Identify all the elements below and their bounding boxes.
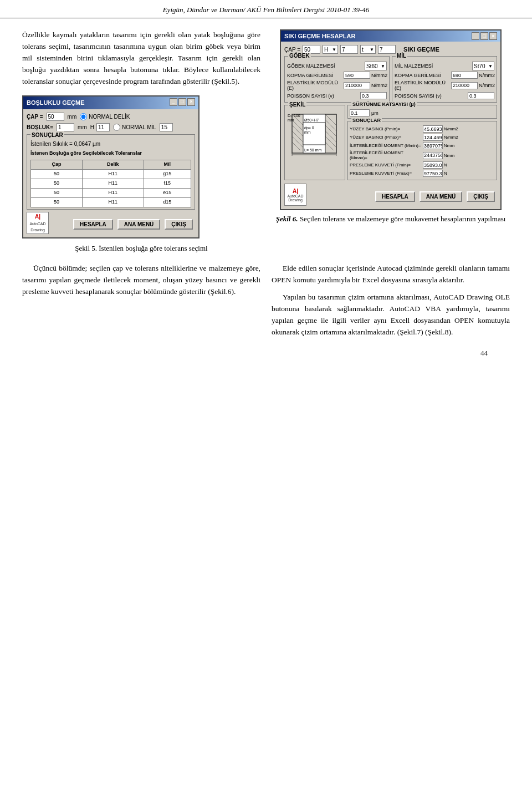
- ski-cikis-btn[interactable]: ÇIKIŞ: [467, 191, 495, 202]
- radio-group: NORMAL DELİK: [80, 113, 130, 121]
- pmax-input[interactable]: [423, 134, 443, 141]
- ski-h-val[interactable]: [340, 45, 358, 54]
- bos-ana-menu-btn[interactable]: ANA MENÜ: [117, 219, 161, 230]
- page-number: 44: [22, 349, 510, 358]
- fmax-input[interactable]: [423, 170, 443, 177]
- cap-unit: mm: [68, 113, 77, 121]
- presleme-fmax-row: PRESLEME KUVVETİ (Fmax)= N: [350, 170, 495, 177]
- svg-line-14: [325, 142, 334, 150]
- surtunme-unit: µm: [371, 110, 378, 116]
- radio-normal-mil[interactable]: NORMAL MİL: [113, 123, 156, 132]
- ski-autocad-logo: A| AutoCAD Drawing: [284, 184, 306, 206]
- moment-mmin-row: İLETEBİLECEĞİ MOMENT (Mmin)= Nmm: [350, 142, 495, 149]
- maximize-btn[interactable]: □: [178, 98, 186, 106]
- mil-malzeme-dropdown[interactable]: St70▼: [472, 62, 494, 70]
- siki-gece-window: SIKI GEÇME HESAPLAR _ □ × ÇAP =: [280, 29, 502, 210]
- svg-line-7: [292, 136, 303, 148]
- col-mil: Mil: [144, 160, 191, 170]
- svg-line-13: [325, 136, 336, 148]
- ski-cap-label: ÇAP =: [284, 47, 300, 53]
- right-col-text1: Elde edilen sonuçlar içerisinde Autocad …: [272, 263, 510, 286]
- gobek-poisson-input[interactable]: [360, 92, 387, 99]
- table-row: 50H11f15: [31, 179, 191, 188]
- page-header: Eyigün, Dündar ve Durman/ AKÜ Fen Biliml…: [0, 0, 532, 18]
- sekil6-caption: Seçilen tolerans ve malzemeye göre mukav…: [300, 215, 505, 223]
- bos-body: ÇAP = mm NORMAL DELİK BOŞLUK=: [23, 109, 198, 237]
- mil-poisson-row: POISSON SAYISI (v): [395, 92, 494, 99]
- bos-hesapla-btn[interactable]: HESAPLA: [73, 219, 113, 230]
- table-title: İstenen Boşluğa göre Seçilebilecek Toler…: [30, 150, 191, 158]
- istenilen-siklik: İstenilen Sıkılık = 0,0647 µm: [30, 140, 191, 149]
- ski-top-row: ÇAP = H▼ t▼ SIKI GEÇME: [284, 45, 497, 54]
- radio-normal-delik[interactable]: NORMAL DELİK: [80, 113, 130, 121]
- h2-input[interactable]: [160, 123, 173, 131]
- svg-line-10: [325, 120, 336, 131]
- ski-hesapla-btn[interactable]: HESAPLA: [375, 191, 415, 202]
- ski-body: ÇAP = H▼ t▼ SIKI GEÇME: [281, 42, 500, 209]
- mmin-input[interactable]: [423, 142, 443, 149]
- sonuclar-title: SONUÇLAR: [351, 118, 382, 123]
- bos-results-box: SONUÇLAR İstenilen Sıkılık = 0,0647 µm İ…: [27, 134, 195, 210]
- bos-cikis-btn[interactable]: ÇIKIŞ: [165, 219, 193, 230]
- mil-poisson-input[interactable]: [468, 92, 494, 99]
- mil-kopma-row: KOPMA GERİLMESİ N/mm2: [395, 72, 494, 79]
- svg-line-9: [325, 114, 336, 125]
- svg-text:mm: mm: [288, 118, 294, 122]
- svg-line-11: [325, 125, 336, 136]
- surtunme-input[interactable]: [350, 109, 370, 116]
- table-row: 50H11d15: [31, 197, 191, 207]
- sekil6-label: Şekil 6.: [276, 215, 298, 223]
- fmin-input[interactable]: [423, 161, 443, 169]
- mil-malzeme-row: MİL MALZEMESİ St70▼: [395, 62, 494, 70]
- ski-panels: GÖBEK GÖBEK MALZEMESİ St60▼ KOPMA GERİLM: [284, 56, 497, 103]
- svg-line-8: [292, 142, 300, 150]
- mmax-input[interactable]: [423, 152, 443, 159]
- cap-input[interactable]: [47, 113, 64, 121]
- gobek-kopma-input[interactable]: [344, 72, 370, 79]
- sekil-surtunme-row: ŞEKİL: [284, 105, 497, 180]
- svg-text:L= 50 mm: L= 50 mm: [304, 148, 321, 152]
- surtunme-title: SÜRTÜNME KATSAYISI (µ): [351, 101, 417, 107]
- gobek-panel: GÖBEK GÖBEK MALZEMESİ St60▼ KOPMA GERİLM: [284, 56, 390, 103]
- ski-maximize[interactable]: □: [480, 32, 488, 40]
- sekil6-caption-area: Şekil 6. Seçilen tolerans ve malzemeye g…: [276, 215, 506, 224]
- tolerance-table: Çap Delik Mil 50H11g1550H11f1550H11e1550…: [30, 160, 191, 207]
- mil-kopma-input[interactable]: [451, 72, 478, 79]
- ski-ana-menu-btn[interactable]: ANA MENÜ: [420, 191, 463, 202]
- pmin-input[interactable]: [423, 125, 443, 133]
- ski-h-dropdown[interactable]: H▼: [323, 45, 338, 54]
- gobek-elastik-row: ELASTİKLİK MODÜLÜ (E) N/mm2: [287, 80, 387, 91]
- gobek-malzeme-dropdown[interactable]: St60▼: [365, 62, 387, 70]
- col-delik: Delik: [83, 160, 144, 170]
- moment-mmax-row: İLETEBİLECEĞİ MOMENT (Mmax)= Nmm: [350, 150, 495, 160]
- cap-label: ÇAP =: [27, 113, 43, 121]
- svg-text:mm: mm: [304, 130, 311, 134]
- sonuclar-content: YÜZEY BASINCI (Pmin)= N/mm2 YÜZEY BASINC…: [350, 125, 495, 177]
- ski-title-text: SIKI GEÇME HESAPLAR: [284, 33, 355, 39]
- mil-elastik-input[interactable]: [451, 82, 478, 89]
- svg-text:Ø50+H7: Ø50+H7: [304, 118, 319, 122]
- autocad-logo: A| AutoCAD Drawing: [27, 212, 49, 234]
- ski-minimize[interactable]: _: [472, 32, 479, 40]
- gobek-elastik-input[interactable]: [344, 82, 370, 89]
- close-btn[interactable]: ×: [187, 98, 195, 106]
- minimize-btn[interactable]: _: [170, 98, 177, 106]
- ski-t-dropdown[interactable]: t▼: [360, 45, 376, 54]
- tolerance-tbody: 50H11g1550H11f1550H11e1550H11d15: [31, 170, 191, 207]
- yuzey-pmin-row: YÜZEY BASINCI (Pmin)= N/mm2: [350, 125, 495, 133]
- svg-line-12: [325, 131, 336, 142]
- ski-buttons: HESAPLA ANA MENÜ ÇIKIŞ: [373, 189, 497, 204]
- mil-elastik-row: ELASTİKLİK MODÜLÜ (E) N/mm2: [395, 80, 494, 91]
- mil-title: MİL: [396, 53, 407, 59]
- right-col-text2: Yapılan bu tasarımın çizim ortamına akta…: [272, 292, 510, 338]
- h-input[interactable]: [96, 123, 110, 131]
- ski-close[interactable]: ×: [489, 32, 497, 40]
- ski-t-val[interactable]: [378, 45, 396, 54]
- header-title: Eyigün, Dündar ve Durman/ AKÜ Fen Biliml…: [163, 6, 370, 14]
- svg-line-5: [292, 125, 303, 136]
- svg-text:D= 100: D= 100: [288, 114, 300, 118]
- ski-title: SIKI GEÇME HESAPLAR _ □ ×: [281, 31, 500, 42]
- radio-group2: NORMAL MİL: [113, 123, 156, 132]
- sekil5-label: Şekil 5. İstenilen boşluğa göre tolerans…: [22, 243, 260, 254]
- surtunme-box: SÜRTÜNME KATSAYISI (µ) µm: [347, 105, 497, 119]
